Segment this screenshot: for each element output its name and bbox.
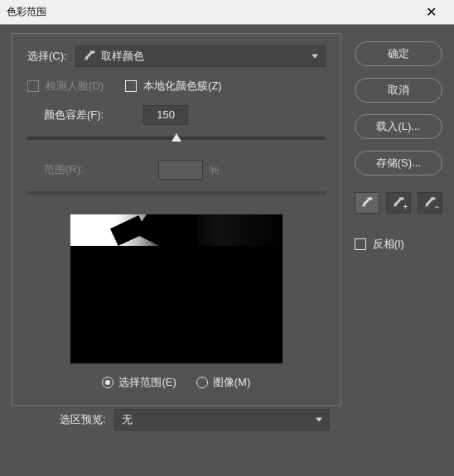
save-button[interactable]: 存储(S)...	[355, 151, 442, 175]
fuzziness-label: 颜色容差(F):	[44, 108, 104, 123]
select-value: 取样颜色	[101, 49, 144, 64]
cancel-button[interactable]: 取消	[355, 78, 442, 103]
preview-dropdown[interactable]: 无	[114, 409, 330, 430]
detect-faces-label: 检测人脸(D)	[46, 79, 104, 94]
load-button[interactable]: 载入(L)...	[355, 114, 442, 139]
radio-selection[interactable]: 选择范围(E)	[102, 375, 176, 390]
range-input	[158, 160, 203, 180]
radio-icon	[196, 377, 208, 388]
window-title: 色彩范围	[7, 5, 414, 19]
titlebar: 色彩范围 ✕	[0, 0, 454, 25]
preview-value: 无	[122, 412, 133, 427]
eyedropper-subtract-button[interactable]: −	[418, 192, 442, 214]
localized-checkbox[interactable]	[125, 80, 137, 92]
eyedropper-button[interactable]	[355, 192, 379, 214]
invert-label: 反相(I)	[373, 237, 404, 252]
detect-faces-checkbox	[27, 80, 39, 92]
preview-label: 选区预览:	[60, 412, 106, 427]
ok-button[interactable]: 确定	[355, 41, 442, 66]
slider-thumb-icon[interactable]	[171, 133, 181, 142]
minus-icon: −	[435, 203, 439, 211]
eyedropper-icon	[83, 50, 96, 63]
fuzziness-slider[interactable]	[27, 137, 326, 140]
plus-icon: +	[403, 203, 408, 211]
range-label: 范围(R):	[44, 162, 84, 177]
select-label: 选择(C):	[27, 49, 67, 64]
preview-image[interactable]	[70, 214, 283, 363]
range-slider	[27, 191, 326, 195]
radio-icon	[102, 377, 114, 388]
radio-image[interactable]: 图像(M)	[196, 375, 251, 390]
invert-checkbox[interactable]	[355, 238, 366, 250]
eyedropper-add-button[interactable]: +	[386, 192, 411, 214]
localized-label: 本地化颜色簇(Z)	[143, 79, 222, 94]
fuzziness-input[interactable]: 150	[143, 105, 188, 125]
select-dropdown[interactable]: 取样颜色	[75, 46, 326, 67]
range-unit: %	[210, 164, 220, 176]
close-button[interactable]: ✕	[414, 1, 447, 24]
main-fieldset: 选择(C): 取样颜色 检测人脸(D) 本地化颜色簇(Z)	[12, 33, 341, 406]
